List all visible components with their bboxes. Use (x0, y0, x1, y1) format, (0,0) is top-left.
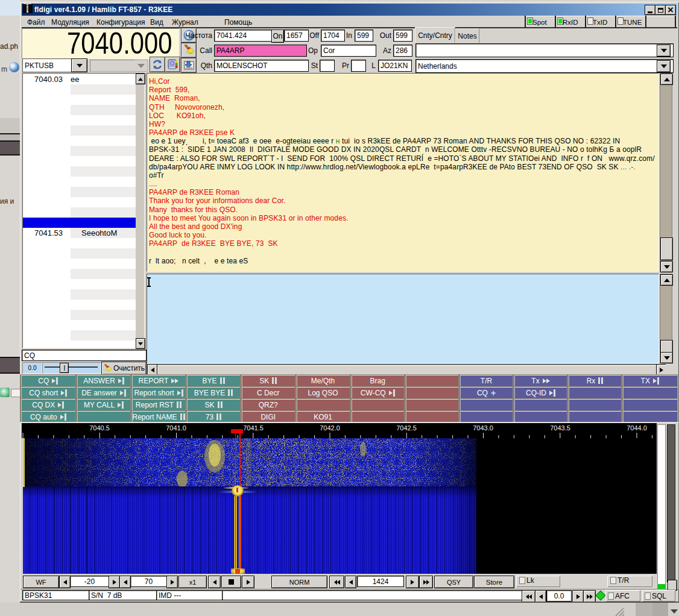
svg-text:7042.0: 7042.0 (320, 424, 340, 432)
svg-text:7043.0: 7043.0 (473, 424, 493, 432)
svg-text:7042.5: 7042.5 (396, 424, 417, 432)
svg-text:7041.0: 7041.0 (166, 424, 186, 432)
svg-text:7041.5: 7041.5 (243, 424, 264, 432)
svg-text:7044.0: 7044.0 (627, 424, 647, 432)
svg-text:7043.5: 7043.5 (550, 424, 570, 432)
svg-text:7040.5: 7040.5 (89, 424, 110, 432)
